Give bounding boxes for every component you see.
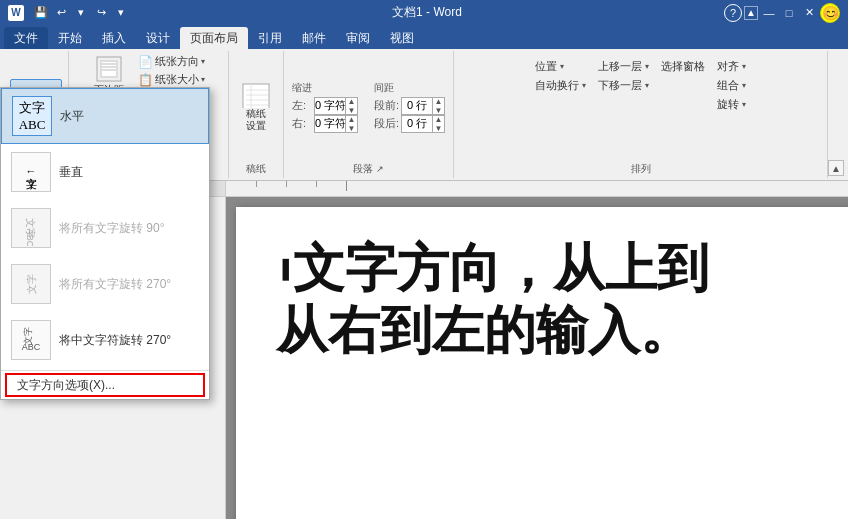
menu-item-rotate90[interactable]: 文字 ABC 将所有文字旋转 90° — [1, 200, 209, 256]
arrange-group: 位置 ▾ 自动换行 ▾ 上移一层 ▾ 下移一层 ▾ 选择窗格 对齐 ▾ 组合 ▾… — [454, 51, 828, 178]
spacing-after-label: 段后: — [374, 116, 399, 131]
menu-item-options[interactable]: 文字方向选项(X)... — [5, 373, 205, 397]
ruler-corner — [210, 181, 226, 196]
text-wrap-btn[interactable]: 自动换行 ▾ — [531, 76, 590, 94]
arrange-col4: 对齐 ▾ 组合 ▾ 旋转 ▾ — [713, 57, 750, 113]
minimize-btn[interactable]: — — [760, 4, 778, 22]
indent-left-up[interactable]: ▲ — [345, 97, 357, 106]
title-bar-left: W 💾 ↩ ▾ ↪ ▾ — [8, 4, 130, 22]
tab-design[interactable]: 设计 — [136, 27, 180, 49]
indent-right-up[interactable]: ▲ — [345, 115, 357, 124]
indent-left-row: 左: ▲ ▼ — [292, 97, 358, 115]
indent-section: 缩进 左: ▲ ▼ 右: — [292, 81, 358, 133]
tab-home[interactable]: 开始 — [48, 27, 92, 49]
h-ruler — [210, 181, 848, 197]
spacing-after-btns: ▲ ▼ — [432, 115, 444, 133]
qa-more-btn[interactable]: ▾ — [112, 4, 130, 22]
group-btn[interactable]: 组合 ▾ — [713, 76, 750, 94]
redo-quick-btn[interactable]: ↪ — [92, 4, 110, 22]
arrange-content: 位置 ▾ 自动换行 ▾ 上移一层 ▾ 下移一层 ▾ 选择窗格 对齐 ▾ 组合 ▾… — [531, 53, 750, 160]
tab-view[interactable]: 视图 — [380, 27, 424, 49]
undo-dropdown-btn[interactable]: ▾ — [72, 4, 90, 22]
indent-right-row: 右: ▲ ▼ — [292, 115, 358, 133]
undo-quick-btn[interactable]: ↩ — [52, 4, 70, 22]
menu-item-vertical[interactable]: 文字↓ 垂直 — [1, 144, 209, 200]
rotate-arrow: ▾ — [742, 100, 746, 109]
tab-mailings[interactable]: 邮件 — [292, 27, 336, 49]
indent-right-down[interactable]: ▼ — [345, 124, 357, 133]
indent-left-down[interactable]: ▼ — [345, 106, 357, 115]
quick-access-toolbar: 💾 ↩ ▾ ↪ ▾ — [32, 4, 130, 22]
tab-review[interactable]: 审阅 — [336, 27, 380, 49]
group-label-arrange: 排列 — [460, 162, 821, 176]
spacing-before-input[interactable] — [402, 100, 432, 112]
spacing-after-up[interactable]: ▲ — [432, 115, 444, 124]
indent-left-input[interactable] — [315, 100, 345, 112]
send-backward-arrow: ▾ — [645, 81, 649, 90]
tab-insert[interactable]: 插入 — [92, 27, 136, 49]
group-arrow: ▾ — [742, 81, 746, 90]
draft-paper-btn[interactable]: 稿纸设置 — [237, 79, 275, 135]
paragraph-content: 缩进 左: ▲ ▼ 右: — [292, 53, 445, 160]
save-quick-btn[interactable]: 💾 — [32, 4, 50, 22]
doc-scroll-area: ▐ 文字方向，从上到 从右到左的输入。 ▲ ▼ — [210, 197, 848, 519]
position-arrow: ▾ — [560, 62, 564, 71]
align-arrow: ▾ — [742, 62, 746, 71]
menu-item-horizontal[interactable]: 文字ABC 水平 — [1, 88, 209, 144]
spacing-after-row: 段后: ▲ ▼ — [374, 115, 445, 133]
arrange-col1: 位置 ▾ 自动换行 ▾ — [531, 57, 590, 94]
tab-page-layout[interactable]: 页面布局 — [180, 27, 248, 49]
indent-left-spinbox[interactable]: ▲ ▼ — [314, 97, 358, 115]
svg-text:ABC: ABC — [22, 342, 41, 352]
spacing-before-btns: ▲ ▼ — [432, 97, 444, 115]
spacing-before-up[interactable]: ▲ — [432, 97, 444, 106]
tab-file[interactable]: 文件 — [4, 27, 48, 49]
close-btn[interactable]: ✕ — [800, 4, 818, 22]
window-controls: ? ▲ — □ ✕ 😊 — [724, 3, 840, 23]
spacing-before-spinbox[interactable]: ▲ ▼ — [401, 97, 445, 115]
indent-right-input[interactable] — [315, 118, 345, 130]
tab-references[interactable]: 引用 — [248, 27, 292, 49]
svg-text:ABC: ABC — [25, 229, 35, 246]
title-bar: W 💾 ↩ ▾ ↪ ▾ 文档1 - Word ? ▲ — □ ✕ 😊 — [0, 0, 848, 25]
content-area: 文字ABC 水平 文字↓ 垂直 文字 ABC 将所有文字旋转 — [0, 181, 848, 519]
spacing-before-label: 段前: — [374, 98, 399, 113]
paper-size-icon: 📋 — [138, 73, 153, 87]
spacing-after-spinbox[interactable]: ▲ ▼ — [401, 115, 445, 133]
doc-text-content1: 文字方向，从上到 — [293, 237, 709, 299]
vertical-label: 垂直 — [59, 164, 83, 181]
menu-item-chinese-rotate[interactable]: 文字 ABC 将中文字符旋转 270° — [1, 312, 209, 368]
margin-icon — [95, 55, 123, 83]
selection-pane-btn[interactable]: 选择窗格 — [657, 57, 709, 75]
spacing-after-input[interactable] — [402, 118, 432, 130]
ribbon-collapse-btn[interactable]: ▲ — [744, 6, 758, 20]
chinese-rotate-icon: 文字 ABC — [11, 320, 51, 360]
paper-size-btn[interactable]: 📋 纸张大小 ▾ — [134, 71, 209, 88]
indent-right-spinbox[interactable]: ▲ ▼ — [314, 115, 358, 133]
ruler-tick-1 — [256, 181, 257, 187]
maximize-btn[interactable]: □ — [780, 4, 798, 22]
spacing-before-down[interactable]: ▼ — [432, 106, 444, 115]
menu-item-rotate270[interactable]: 文字 将所有文字旋转 270° — [1, 256, 209, 312]
send-backward-btn[interactable]: 下移一层 ▾ — [594, 76, 653, 94]
align-btn[interactable]: 对齐 ▾ — [713, 57, 750, 75]
rotate270-svg: 文字 — [13, 266, 49, 302]
word-app-icon: W — [8, 5, 24, 21]
position-btn[interactable]: 位置 ▾ — [531, 57, 590, 75]
spacing-after-down[interactable]: ▼ — [432, 124, 444, 133]
rotate-btn[interactable]: 旋转 ▾ — [713, 95, 750, 113]
doc-text-line2: 从右到左的输入。 — [276, 299, 848, 361]
horizontal-text: 文字ABC — [19, 99, 46, 133]
paper-orientation-btn[interactable]: 📄 纸张方向 ▾ — [134, 53, 209, 70]
indent-left-btns: ▲ ▼ — [345, 97, 357, 115]
draft-paper-group: 稿纸设置 稿纸 — [229, 51, 284, 178]
svg-text:文字: 文字 — [26, 274, 37, 294]
doc-text-content2: 从右到左的输入。 — [276, 301, 692, 359]
bring-forward-btn[interactable]: 上移一层 ▾ — [594, 57, 653, 75]
vertical-text: 文字↓ — [24, 169, 39, 175]
indent-spacing-row: 缩进 左: ▲ ▼ 右: — [292, 81, 445, 133]
ribbon-expand-btn[interactable]: ▲ — [828, 160, 844, 176]
group-label-paragraph: 段落 ↗ — [290, 162, 447, 176]
ribbon-tabs: 文件 开始 插入 设计 页面布局 引用 邮件 审阅 视图 — [0, 25, 848, 49]
help-btn[interactable]: ? — [724, 4, 742, 22]
